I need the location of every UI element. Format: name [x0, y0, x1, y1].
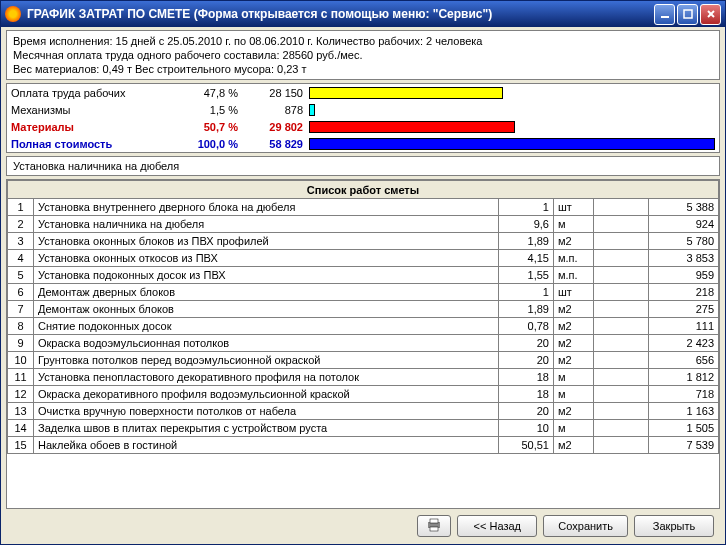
close-button[interactable]: Закрыть: [634, 515, 714, 537]
row-index: 9: [8, 335, 34, 352]
row-jobname: Грунтовка потолков перед водоэмульсионно…: [34, 352, 499, 369]
table-row[interactable]: 10Грунтовка потолков перед водоэмульсион…: [8, 352, 719, 369]
row-cost: 1 812: [648, 369, 718, 386]
row-index: 15: [8, 437, 34, 454]
table-row[interactable]: 8Снятие подоконных досок0,78м2111: [8, 318, 719, 335]
row-jobname: Установка оконных блоков из ПВХ профилей: [34, 233, 499, 250]
bar-value: 878: [242, 101, 307, 118]
row-unit: м: [553, 386, 593, 403]
row-unit: м2: [553, 301, 593, 318]
row-cost: 3 853: [648, 250, 718, 267]
row-jobname: Установка пенопластового декоративного п…: [34, 369, 499, 386]
close-window-button[interactable]: [700, 4, 721, 25]
bar-percent: 50,7 %: [182, 118, 242, 135]
bar-label: Оплата труда рабочих: [7, 84, 182, 101]
row-cost: 275: [648, 301, 718, 318]
row-cost: 2 423: [648, 335, 718, 352]
table-row[interactable]: 7Демонтаж оконных блоков1,89м2275: [8, 301, 719, 318]
row-unit: м2: [553, 233, 593, 250]
row-qty: 10: [498, 420, 553, 437]
row-extra: [593, 199, 648, 216]
row-extra: [593, 420, 648, 437]
row-cost: 7 539: [648, 437, 718, 454]
row-extra: [593, 437, 648, 454]
summary-line-duration: Время исполнения: 15 дней с 25.05.2010 г…: [13, 34, 713, 48]
save-button[interactable]: Сохранить: [543, 515, 628, 537]
row-extra: [593, 352, 648, 369]
bar-label: Механизмы: [7, 101, 182, 118]
row-qty: 1: [498, 199, 553, 216]
print-button[interactable]: [417, 515, 451, 537]
bar-row-materials: Материалы 50,7 % 29 802: [7, 118, 719, 135]
row-jobname: Снятие подоконных досок: [34, 318, 499, 335]
bar-row-mechanisms: Механизмы 1,5 % 878: [7, 101, 719, 118]
row-jobname: Окраска декоративного профиля водоэмульс…: [34, 386, 499, 403]
row-jobname: Установка оконных откосов из ПВХ: [34, 250, 499, 267]
row-qty: 1,55: [498, 267, 553, 284]
bar-percent: 1,5 %: [182, 101, 242, 118]
row-index: 5: [8, 267, 34, 284]
cost-bars-panel: Оплата труда рабочих 47,8 % 28 150 Механ…: [6, 83, 720, 153]
row-unit: м2: [553, 335, 593, 352]
jobs-grid[interactable]: Список работ сметы 1Установка внутреннег…: [6, 179, 720, 509]
row-index: 14: [8, 420, 34, 437]
window-title: ГРАФИК ЗАТРАТ ПО СМЕТЕ (Форма открываетс…: [27, 7, 654, 21]
table-row[interactable]: 13Очистка вручную поверхности потолков о…: [8, 403, 719, 420]
row-extra: [593, 233, 648, 250]
row-unit: м: [553, 420, 593, 437]
maximize-button[interactable]: [677, 4, 698, 25]
row-index: 10: [8, 352, 34, 369]
row-qty: 18: [498, 369, 553, 386]
row-cost: 5 780: [648, 233, 718, 250]
table-row[interactable]: 1Установка внутреннего дверного блока на…: [8, 199, 719, 216]
table-row[interactable]: 9Окраска водоэмульсионная потолков20м22 …: [8, 335, 719, 352]
bar-total: [309, 138, 715, 150]
row-unit: м2: [553, 318, 593, 335]
summary-line-salary: Месячная оплата труда одного рабочего со…: [13, 48, 713, 62]
row-jobname: Демонтаж оконных блоков: [34, 301, 499, 318]
row-jobname: Заделка швов в плитах перекрытия с устро…: [34, 420, 499, 437]
back-button[interactable]: << Назад: [457, 515, 537, 537]
row-qty: 1,89: [498, 301, 553, 318]
bar-mech: [309, 104, 315, 116]
grid-header: Список работ сметы: [8, 181, 719, 199]
row-qty: 50,51: [498, 437, 553, 454]
table-row[interactable]: 15Наклейка обоев в гостиной50,51м27 539: [8, 437, 719, 454]
row-cost: 218: [648, 284, 718, 301]
table-row[interactable]: 11Установка пенопластового декоративного…: [8, 369, 719, 386]
row-qty: 0,78: [498, 318, 553, 335]
row-unit: м2: [553, 352, 593, 369]
row-cost: 656: [648, 352, 718, 369]
row-jobname: Установка внутреннего дверного блока на …: [34, 199, 499, 216]
row-index: 8: [8, 318, 34, 335]
bar-value: 28 150: [242, 84, 307, 101]
row-cost: 959: [648, 267, 718, 284]
row-index: 12: [8, 386, 34, 403]
title-bar[interactable]: ГРАФИК ЗАТРАТ ПО СМЕТЕ (Форма открываетс…: [1, 1, 725, 27]
row-extra: [593, 250, 648, 267]
row-cost: 1 163: [648, 403, 718, 420]
row-unit: м2: [553, 403, 593, 420]
row-qty: 4,15: [498, 250, 553, 267]
table-row[interactable]: 14Заделка швов в плитах перекрытия с уст…: [8, 420, 719, 437]
row-index: 13: [8, 403, 34, 420]
bar-value: 29 802: [242, 118, 307, 135]
minimize-button[interactable]: [654, 4, 675, 25]
table-row[interactable]: 2Установка наличника на дюбеля9,6м924: [8, 216, 719, 233]
row-jobname: Установка наличника на дюбеля: [34, 216, 499, 233]
table-row[interactable]: 4Установка оконных откосов из ПВХ4,15м.п…: [8, 250, 719, 267]
table-row[interactable]: 3Установка оконных блоков из ПВХ профиле…: [8, 233, 719, 250]
table-row[interactable]: 6Демонтаж дверных блоков1шт218: [8, 284, 719, 301]
svg-rect-1: [684, 10, 692, 18]
row-qty: 1: [498, 284, 553, 301]
table-row[interactable]: 12Окраска декоративного профиля водоэмул…: [8, 386, 719, 403]
row-jobname: Очистка вручную поверхности потолков от …: [34, 403, 499, 420]
svg-rect-0: [661, 16, 669, 18]
row-extra: [593, 267, 648, 284]
row-jobname: Наклейка обоев в гостиной: [34, 437, 499, 454]
row-extra: [593, 403, 648, 420]
table-row[interactable]: 5Установка подоконных досок из ПВХ1,55м.…: [8, 267, 719, 284]
row-index: 11: [8, 369, 34, 386]
row-cost: 1 505: [648, 420, 718, 437]
button-bar: << Назад Сохранить Закрыть: [6, 509, 720, 539]
